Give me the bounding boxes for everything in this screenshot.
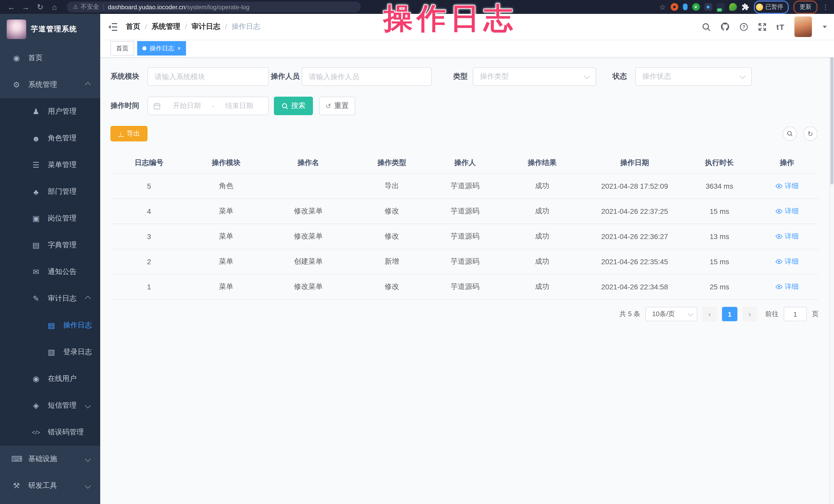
scrollbar-thumb[interactable]: [830, 36, 833, 184]
sidebar-item-role-management[interactable]: ☻ 角色管理: [0, 125, 100, 152]
download-icon: ↓: [118, 131, 124, 137]
toolbox-icon: ⚒: [11, 481, 22, 490]
page-1-button[interactable]: 1: [722, 307, 738, 321]
breadcrumb-separator: /: [225, 23, 227, 31]
extension-green-icon[interactable]: [729, 3, 737, 11]
help-icon[interactable]: ?: [740, 22, 748, 31]
avatar-caret-down-icon[interactable]: [823, 25, 827, 28]
paused-badge-label: 已暂停: [765, 3, 783, 11]
goto-page-input[interactable]: [784, 307, 807, 321]
cell-date: 2021-04-26 22:36:27: [586, 232, 683, 241]
detail-link-label: 详细: [785, 282, 798, 291]
prev-page-button[interactable]: ‹: [702, 307, 717, 321]
type-select[interactable]: 操作类型: [473, 67, 596, 86]
detail-link[interactable]: 详细: [775, 257, 798, 266]
table-row: 5 角色 导出 芋道源码 成功 2021-04-28 17:52:09 3634…: [110, 174, 818, 199]
sidebar-item-audit-log[interactable]: ✎ 审计日志: [0, 285, 100, 312]
sidebar-item-system-management[interactable]: ⚙ 系统管理: [0, 71, 100, 98]
sidebar-item-label: 字典管理: [48, 241, 76, 250]
extension-v-icon[interactable]: v: [692, 3, 700, 11]
extension-pin-icon[interactable]: [683, 4, 687, 10]
browser-forward-icon[interactable]: →: [20, 0, 32, 14]
breadcrumb-separator: /: [145, 23, 147, 31]
sidebar-item-dict-management[interactable]: ▤ 字典管理: [0, 232, 100, 259]
app-logo: [7, 20, 26, 39]
breadcrumb-system[interactable]: 系统管理: [152, 22, 180, 31]
browser-home-icon[interactable]: ⌂: [48, 0, 61, 14]
font-size-icon[interactable]: tT: [776, 22, 785, 31]
sidebar-item-department-management[interactable]: ♣ 部门管理: [0, 178, 100, 205]
bookmark-star-icon[interactable]: ☆: [659, 3, 666, 11]
table-row: 1 菜单 修改菜单 修改 芋道源码 成功 2021-04-26 22:34:58…: [110, 275, 818, 300]
sidebar: 芋道管理系统 ◉ 首页 ⚙ 系统管理 ♟ 用户管理 ☻ 角色管理: [0, 14, 100, 504]
sidebar-item-post-management[interactable]: ▣ 岗位管理: [0, 205, 100, 232]
module-input[interactable]: [148, 67, 269, 86]
refresh-icon[interactable]: ↻: [803, 127, 817, 141]
page-content: 系统模块 操作人员 类型 操作类型 状态 操作状态: [100, 58, 834, 504]
browser-reload-icon[interactable]: ↻: [34, 0, 46, 14]
operator-input[interactable]: [302, 67, 432, 86]
reset-icon: ↺: [326, 102, 331, 110]
calendar-icon: [153, 102, 161, 110]
browser-update-button[interactable]: 更新: [793, 0, 817, 14]
detail-link[interactable]: 详细: [775, 282, 798, 291]
user-avatar[interactable]: [794, 17, 812, 37]
address-bar[interactable]: ⚠ 不安全 dashboard.yudao.iocoder.cn /system…: [67, 2, 361, 12]
sidebar-item-menu-management[interactable]: ☰ 菜单管理: [0, 152, 100, 178]
page-size-select[interactable]: 10条/页: [645, 307, 697, 321]
detail-link-label: 详细: [785, 257, 798, 266]
sidebar-item-errorcode-management[interactable]: </> 错误码管理: [0, 419, 100, 446]
chevron-down-icon: [584, 73, 590, 79]
profile-sync-paused-chip[interactable]: 已暂停: [753, 0, 789, 14]
sidebar-item-operate-log[interactable]: ▤ 操作日志: [0, 312, 100, 339]
sidebar-item-sms-management[interactable]: ◈ 短信管理: [0, 392, 100, 419]
search-icon[interactable]: [702, 22, 711, 31]
cell-name: 修改菜单: [265, 206, 352, 216]
breadcrumb-home[interactable]: 首页: [126, 22, 140, 31]
col-operator: 操作人: [432, 158, 499, 168]
close-tab-icon[interactable]: ×: [177, 45, 181, 51]
extension-diamond-icon[interactable]: ◆: [704, 3, 712, 11]
cell-operator: 芋道源码: [432, 257, 499, 266]
sidebar-item-dev-tools[interactable]: ⚒ 研发工具: [0, 473, 100, 499]
sidebar-item-online-users[interactable]: ◉ 在线用户: [0, 366, 100, 392]
tab-home[interactable]: 首页: [110, 41, 134, 56]
sidebar-toggle-icon[interactable]: [108, 22, 118, 31]
cell-date: 2021-04-26 22:37:25: [586, 207, 683, 215]
scrollbar[interactable]: [829, 14, 834, 504]
search-button[interactable]: 搜索: [274, 96, 313, 115]
code-icon: </>: [31, 429, 41, 435]
cell-date: 2021-04-26 22:35:45: [586, 258, 683, 266]
browser-menu-kebab-icon[interactable]: ⋮: [822, 3, 829, 11]
status-select[interactable]: 操作状态: [635, 67, 752, 86]
sidebar-item-infrastructure[interactable]: ⌨ 基础设施: [0, 446, 100, 473]
sidebar-item-notice[interactable]: ✉ 通知公告: [0, 259, 100, 285]
url-divider: [103, 4, 104, 10]
toggle-search-icon[interactable]: [783, 127, 797, 141]
reset-button[interactable]: ↺ 重置: [319, 96, 355, 115]
fullscreen-icon[interactable]: [758, 22, 767, 31]
detail-link[interactable]: 详细: [775, 181, 798, 191]
sidebar-item-login-log[interactable]: ▧ 登录日志: [0, 339, 100, 366]
online-signal-icon: ◉: [31, 374, 41, 384]
detail-link[interactable]: 详细: [775, 206, 798, 216]
sidebar-item-home[interactable]: ◉ 首页: [0, 45, 100, 71]
export-button[interactable]: ↓ 导出: [110, 126, 148, 141]
app-logo-row[interactable]: 芋道管理系统: [0, 14, 100, 45]
breadcrumb-audit-log[interactable]: 审计日志: [192, 22, 220, 31]
sidebar-item-label: 通知公告: [48, 267, 76, 277]
extension-adblock-icon[interactable]: [670, 3, 678, 11]
extensions-puzzle-icon[interactable]: [741, 3, 749, 11]
date-range-picker[interactable]: 开始日期 - 结束日期: [148, 96, 269, 115]
cell-log-id: 5: [110, 182, 188, 190]
cell-type: 修改: [352, 232, 432, 241]
extension-switch-icon[interactable]: on: [717, 3, 724, 11]
tab-operate-log[interactable]: 操作日志 ×: [137, 41, 186, 56]
not-secure-warning-icon: ⚠: [73, 4, 78, 10]
browser-back-icon[interactable]: ←: [5, 0, 18, 14]
detail-link[interactable]: 详细: [775, 232, 798, 241]
next-page-button[interactable]: ›: [743, 307, 757, 321]
github-icon[interactable]: [720, 22, 730, 31]
sidebar-item-user-management[interactable]: ♟ 用户管理: [0, 98, 100, 125]
detail-link-label: 详细: [785, 206, 798, 216]
